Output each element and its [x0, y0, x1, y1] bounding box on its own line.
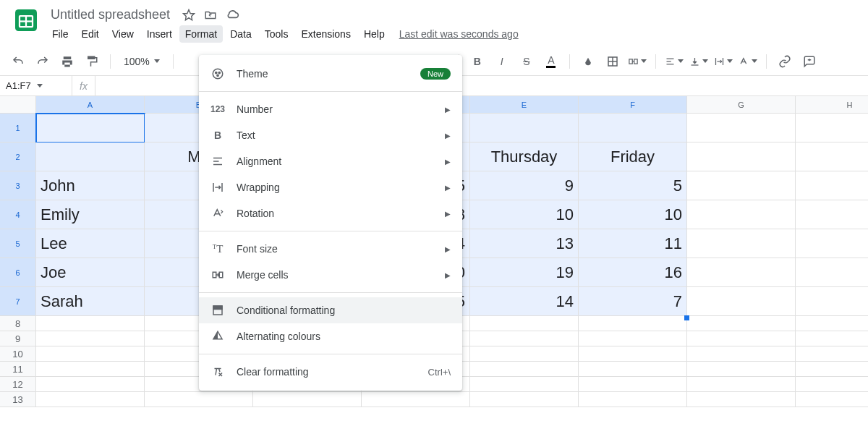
menu-format[interactable]: Format [179, 25, 223, 43]
cell[interactable]: 11 [579, 229, 687, 258]
cell[interactable]: Emily [36, 200, 145, 229]
menu-view[interactable]: View [106, 25, 140, 43]
menu-help[interactable]: Help [358, 25, 391, 43]
row-header[interactable]: 7 [0, 287, 36, 316]
horizontal-align-icon[interactable] [665, 52, 684, 71]
undo-icon[interactable] [9, 52, 27, 71]
cell[interactable] [36, 392, 145, 407]
cell[interactable]: 14 [470, 287, 579, 316]
cell[interactable]: 9 [470, 171, 579, 200]
cell[interactable] [796, 200, 868, 229]
cell[interactable] [796, 316, 868, 331]
cell[interactable] [796, 171, 868, 200]
cell[interactable] [579, 114, 687, 142]
cell[interactable] [36, 142, 145, 171]
sheets-logo[interactable] [12, 6, 41, 35]
text-wrap-icon[interactable] [714, 52, 733, 71]
menu-clear-formatting[interactable]: Clear formatting Ctrl+\ [199, 359, 462, 385]
cell[interactable] [796, 114, 868, 142]
col-header[interactable]: E [470, 96, 579, 114]
menu-text[interactable]: B Text ▶ [199, 122, 462, 148]
cell[interactable]: 19 [470, 258, 579, 287]
col-header[interactable]: G [687, 96, 796, 114]
cell[interactable] [687, 171, 796, 200]
cell[interactable] [579, 362, 687, 377]
cell[interactable]: Friday [579, 142, 687, 171]
paint-format-icon[interactable] [82, 52, 101, 71]
menu-font-size[interactable]: TT Font size ▶ [199, 236, 462, 262]
cell[interactable] [687, 377, 796, 392]
redo-icon[interactable] [33, 52, 52, 71]
cell[interactable] [470, 392, 579, 407]
cell[interactable] [687, 142, 796, 171]
text-rotation-icon[interactable] [739, 52, 757, 71]
cell[interactable] [796, 346, 868, 362]
cell[interactable] [470, 346, 579, 362]
cell[interactable]: Joe [36, 258, 145, 287]
cell[interactable] [470, 114, 579, 142]
row-header[interactable]: 11 [0, 362, 36, 377]
cell[interactable] [796, 362, 868, 377]
cell[interactable] [687, 362, 796, 377]
cell[interactable] [796, 287, 868, 316]
move-icon[interactable] [203, 8, 218, 22]
cell[interactable] [36, 331, 145, 346]
cloud-status-icon[interactable] [225, 8, 239, 22]
cell[interactable] [687, 392, 796, 407]
cell[interactable]: 13 [470, 229, 579, 258]
cell[interactable]: Sarah [36, 287, 145, 316]
cell[interactable] [687, 331, 796, 346]
menu-alternating-colours[interactable]: Alternating colours [199, 323, 462, 349]
cell[interactable]: 16 [579, 258, 687, 287]
menu-tools[interactable]: Tools [259, 25, 294, 43]
cell[interactable]: Lee [36, 229, 145, 258]
row-header[interactable]: 8 [0, 316, 36, 331]
row-header[interactable]: 12 [0, 377, 36, 392]
vertical-align-icon[interactable] [689, 52, 708, 71]
col-header[interactable]: H [796, 96, 868, 114]
cell[interactable]: Thursday [470, 142, 579, 171]
cell[interactable] [36, 114, 145, 142]
cell[interactable] [470, 362, 579, 377]
select-all-corner[interactable] [0, 96, 36, 114]
row-header[interactable]: 2 [0, 142, 36, 171]
cell[interactable] [796, 331, 868, 346]
row-header[interactable]: 9 [0, 331, 36, 346]
bold-icon[interactable]: B [468, 52, 487, 71]
cell[interactable] [796, 377, 868, 392]
menu-rotation[interactable]: Rotation ▶ [199, 200, 462, 226]
menu-edit[interactable]: Edit [76, 25, 105, 43]
cell[interactable] [687, 258, 796, 287]
cell[interactable] [687, 346, 796, 362]
cell[interactable] [362, 392, 470, 407]
star-icon[interactable] [182, 8, 196, 22]
cell[interactable] [36, 346, 145, 362]
cell[interactable] [687, 229, 796, 258]
menu-extensions[interactable]: Extensions [295, 25, 356, 43]
cell[interactable] [579, 392, 687, 407]
menu-data[interactable]: Data [224, 25, 258, 43]
cell[interactable]: John [36, 171, 145, 200]
menu-theme[interactable]: Theme New [199, 61, 462, 87]
cell[interactable] [687, 200, 796, 229]
cell[interactable] [470, 377, 579, 392]
row-header[interactable]: 13 [0, 392, 36, 407]
cell[interactable] [36, 377, 145, 392]
row-header[interactable]: 10 [0, 346, 36, 362]
insert-comment-icon[interactable] [800, 52, 819, 71]
cell[interactable] [796, 142, 868, 171]
text-color-icon[interactable]: A [542, 52, 561, 71]
row-header[interactable]: 3 [0, 171, 36, 200]
cell[interactable] [470, 331, 579, 346]
italic-icon[interactable]: I [493, 52, 511, 71]
row-header[interactable]: 4 [0, 200, 36, 229]
cell[interactable] [687, 114, 796, 142]
insert-link-icon[interactable] [775, 52, 794, 71]
cell[interactable] [796, 229, 868, 258]
cell[interactable] [796, 258, 868, 287]
col-header[interactable]: A [36, 96, 145, 114]
cell[interactable] [36, 316, 145, 331]
strikethrough-icon[interactable]: S [517, 52, 536, 71]
document-title[interactable]: Untitled spreadsheet [46, 6, 174, 24]
menu-alignment[interactable]: Alignment ▶ [199, 148, 462, 174]
